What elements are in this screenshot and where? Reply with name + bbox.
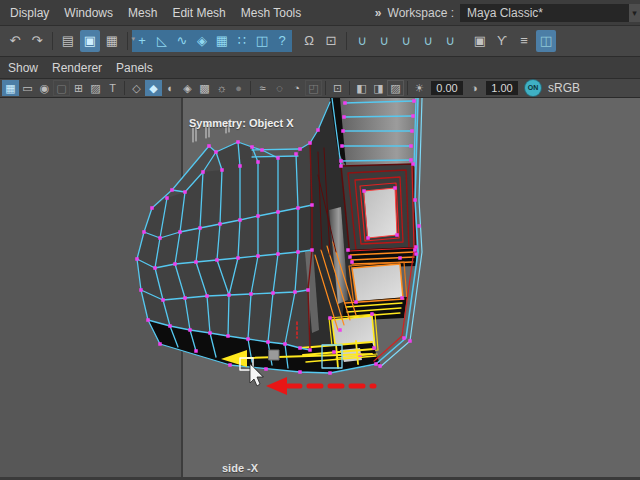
region-select-icon[interactable]: ⊡	[329, 80, 346, 96]
snap-curve-icon[interactable]: ∪	[374, 30, 394, 52]
panel-menu-panels[interactable]: Panels	[116, 61, 153, 75]
wireframe-icon[interactable]: ◇	[128, 80, 145, 96]
viewport-panel[interactable]: Symmetry: Object X side -X	[0, 98, 640, 480]
channel-box-icon[interactable]: ≡	[514, 30, 534, 52]
gamma-field[interactable]: 1.00	[486, 81, 518, 95]
separator	[247, 80, 254, 96]
separator	[342, 30, 351, 52]
menu-windows[interactable]: Windows	[64, 6, 113, 20]
film-gate-icon[interactable]: ▭	[19, 80, 36, 96]
tool-curve-icon[interactable]: ∿	[172, 30, 192, 52]
separator	[48, 30, 57, 52]
grid-icon[interactable]: ▦	[2, 80, 19, 96]
textured-icon[interactable]: ◐	[162, 80, 179, 96]
exposure-field[interactable]: 0.00	[431, 81, 463, 95]
camera-name-label: side -X	[222, 462, 258, 474]
menu-mesh[interactable]: Mesh	[128, 6, 157, 20]
separator	[121, 80, 128, 96]
viewport-canvas[interactable]	[0, 98, 640, 480]
lights-icon[interactable]: ☼	[213, 80, 230, 96]
separator	[322, 80, 329, 96]
ambient-occlusion-icon[interactable]: ≈	[254, 80, 271, 96]
menu-edit-mesh[interactable]: Edit Mesh	[172, 6, 225, 20]
panel-toolbar: ▦▭◉▢⊞▨T◇◆◐◈▩☼●≈◌◔◰⊡◧◨▨ ☀ 0.00 ◑ 1.00 ON …	[0, 79, 640, 98]
contrast-icon[interactable]: ◑	[466, 80, 483, 96]
motion-blur-icon[interactable]: ◌	[271, 80, 288, 96]
heads-up-display-icon[interactable]: T	[104, 80, 121, 96]
field-chart-icon[interactable]: ⊞	[70, 80, 87, 96]
manipulator-handle[interactable]	[269, 350, 279, 360]
status-line: ↶↷▤▣▦+◺∿◈▦∷◫?Ω⊡∪∪∪∪∪▣ϒ≡◫	[0, 26, 640, 57]
color-management-toggle[interactable]: ON	[525, 80, 541, 96]
shadows-icon[interactable]: ●	[230, 80, 247, 96]
snap-center-icon[interactable]: ∪	[418, 30, 438, 52]
isolate-add-icon[interactable]: ◨	[370, 80, 387, 96]
redo-icon[interactable]: ↷	[27, 30, 47, 52]
image-plane-icon[interactable]: ▨	[87, 80, 104, 96]
tool-lattice-icon[interactable]: ▦	[212, 30, 232, 52]
character-controls-icon[interactable]: ϒ	[492, 30, 512, 52]
workspace-label: Workspace :	[388, 6, 454, 20]
tool-cluster-icon[interactable]: ∷	[232, 30, 252, 52]
main-menu-bar: DisplayWindowsMeshEdit MeshMesh Tools » …	[0, 0, 640, 26]
tool-help-icon[interactable]: ?	[272, 30, 292, 52]
exposure-icon[interactable]: ☀	[411, 80, 428, 96]
snap-grid-icon[interactable]: ∪	[352, 30, 372, 52]
annotation-arrow	[266, 377, 374, 395]
snap-point-icon[interactable]: ∪	[396, 30, 416, 52]
undo-icon[interactable]: ↶	[5, 30, 25, 52]
sidebar-toggle-icon[interactable]: ◫	[536, 30, 556, 52]
use-default-material-icon[interactable]: ◈	[179, 80, 196, 96]
separator	[346, 80, 353, 96]
panel-menu: ShowRendererPanels	[0, 57, 640, 79]
separator	[123, 30, 132, 52]
menu-mesh-tools[interactable]: Mesh Tools	[241, 6, 301, 20]
mesh-faces	[137, 100, 356, 373]
tool-lasso-icon[interactable]: ◺	[152, 30, 172, 52]
workspace-dropdown[interactable]: Maya Classic*	[460, 4, 629, 22]
colorspace-dropdown[interactable]: sRGB	[548, 81, 580, 95]
resolution-gate-icon[interactable]: ◉	[36, 80, 53, 96]
panel-menu-renderer[interactable]: Renderer	[52, 61, 102, 75]
isolate-select-icon[interactable]: ◧	[353, 80, 370, 96]
separator	[404, 80, 411, 96]
workspace-area: » Workspace : Maya Classic* ▾	[375, 0, 640, 25]
checkered-icon[interactable]: ▩	[196, 80, 213, 96]
snap-live-icon[interactable]: ∪	[440, 30, 460, 52]
select-hierarchy-icon[interactable]: ▤	[58, 30, 78, 52]
highlight-select-icon[interactable]: ⊡	[321, 30, 341, 52]
tool-move-icon[interactable]: +	[132, 30, 152, 52]
workspace-dropdown-arrow-icon[interactable]: ▾	[629, 4, 640, 22]
tool-render-icon[interactable]: ◫	[252, 30, 272, 52]
select-object-icon[interactable]: ▣	[80, 30, 100, 52]
smooth-shaded-icon[interactable]: ◆	[145, 80, 162, 96]
panel-menu-show[interactable]: Show	[8, 61, 38, 75]
lock-icon[interactable]: Ω	[299, 30, 319, 52]
menu-display[interactable]: Display	[10, 6, 49, 20]
depth-peeling-icon[interactable]: ◰	[305, 80, 322, 96]
tool-sculpt-icon[interactable]: ◈	[192, 30, 212, 52]
symmetry-status-label: Symmetry: Object X	[189, 117, 294, 129]
anti-alias-icon[interactable]: ◔	[288, 80, 305, 96]
gate-mask-icon[interactable]: ▢	[53, 80, 70, 96]
select-component-icon[interactable]: ▦	[102, 30, 122, 52]
construction-history-icon[interactable]: ▣	[470, 30, 490, 52]
maya-window: DisplayWindowsMeshEdit MeshMesh Tools » …	[0, 0, 640, 480]
overflow-chevron-icon[interactable]: »	[375, 6, 382, 20]
xray-icon[interactable]: ▨	[387, 80, 404, 96]
